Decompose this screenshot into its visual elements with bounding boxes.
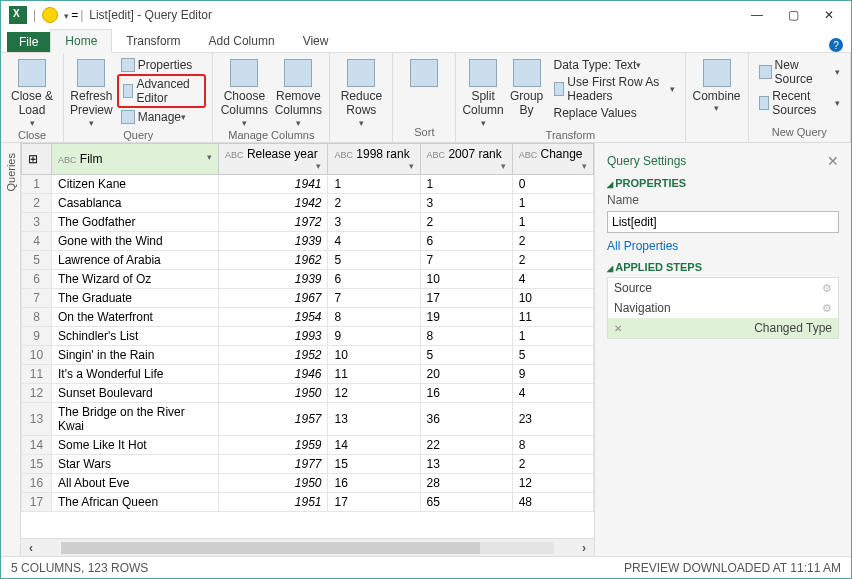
table-row[interactable]: 7The Graduate196771710 (22, 289, 594, 308)
table-row[interactable]: 17The African Queen1951176548 (22, 493, 594, 512)
combine-button[interactable]: Combine (692, 55, 742, 114)
all-properties-link[interactable]: All Properties (607, 239, 678, 253)
data-grid[interactable]: ⊞ABC Film▾ABC Release year▾ABC 1998 rank… (21, 143, 594, 538)
column-header[interactable]: ABC 2007 rank▾ (420, 144, 512, 175)
table-row[interactable]: 13The Bridge on the River Kwai1957133623 (22, 403, 594, 436)
manage-button[interactable]: Manage (117, 109, 207, 125)
properties-button[interactable]: Properties (117, 57, 207, 73)
applied-step[interactable]: Navigation⚙ (608, 298, 838, 318)
tab-transform[interactable]: Transform (112, 30, 194, 52)
excel-icon (9, 6, 27, 24)
table-row[interactable]: 12Sunset Boulevard195012164 (22, 384, 594, 403)
horizontal-scrollbar[interactable]: ‹› (21, 538, 594, 556)
smile-icon[interactable] (42, 7, 58, 23)
column-header[interactable]: ABC Film▾ (52, 144, 219, 175)
remove-columns-button[interactable]: Remove Columns (273, 55, 323, 129)
minimize-button[interactable]: — (739, 4, 775, 26)
ribbon: Close & Load Close Refresh Preview Prope… (1, 53, 851, 143)
table-row[interactable]: 1Citizen Kane1941110 (22, 175, 594, 194)
row-header-corner[interactable]: ⊞ (22, 144, 52, 175)
close-settings-button[interactable]: ✕ (827, 153, 839, 169)
properties-section-header[interactable]: PROPERTIES (607, 177, 839, 189)
maximize-button[interactable]: ▢ (775, 4, 811, 26)
title-bar: | = | List[edit] - Query Editor — ▢ ✕ (1, 1, 851, 29)
query-settings-pane: Query Settings✕ PROPERTIES Name All Prop… (594, 143, 851, 556)
split-column-button[interactable]: Split Column (462, 55, 503, 129)
table-row[interactable]: 15Star Wars197715132 (22, 455, 594, 474)
table-row[interactable]: 16All About Eve1950162812 (22, 474, 594, 493)
table-row[interactable]: 2Casablanca1942231 (22, 194, 594, 213)
ribbon-tabs: File Home Transform Add Column View ? (1, 29, 851, 53)
group-by-button[interactable]: Group By (508, 55, 546, 118)
tab-home[interactable]: Home (50, 29, 112, 53)
column-header[interactable]: ABC Release year▾ (219, 144, 328, 175)
choose-columns-button[interactable]: Choose Columns (219, 55, 269, 129)
new-source-button[interactable]: New Source (755, 57, 844, 87)
table-row[interactable]: 3The Godfather1972321 (22, 213, 594, 232)
gear-icon[interactable]: ⚙ (822, 302, 832, 315)
tab-add-column[interactable]: Add Column (195, 30, 289, 52)
table-row[interactable]: 14Some Like It Hot195914228 (22, 436, 594, 455)
tab-file[interactable]: File (7, 32, 50, 52)
table-row[interactable]: 9Schindler's List1993981 (22, 327, 594, 346)
close-button[interactable]: ✕ (811, 4, 847, 26)
replace-values-button[interactable]: Replace Values (550, 105, 679, 121)
table-row[interactable]: 4Gone with the Wind1939462 (22, 232, 594, 251)
table-row[interactable]: 11It's a Wonderful Life194611209 (22, 365, 594, 384)
recent-sources-button[interactable]: Recent Sources (755, 88, 844, 118)
applied-step[interactable]: Source⚙ (608, 278, 838, 298)
query-name-input[interactable] (607, 211, 839, 233)
reduce-rows-button[interactable]: Reduce Rows (336, 55, 386, 129)
queries-pane-toggle[interactable]: Queries (1, 143, 21, 556)
applied-steps-header[interactable]: APPLIED STEPS (607, 261, 839, 273)
table-row[interactable]: 10Singin' in the Rain19521055 (22, 346, 594, 365)
tab-view[interactable]: View (289, 30, 343, 52)
applied-step[interactable]: Changed Type (608, 318, 838, 338)
advanced-editor-button[interactable]: Advanced Editor (117, 74, 207, 108)
column-header[interactable]: ABC Change▾ (512, 144, 593, 175)
sort-asc-button[interactable] (399, 55, 449, 89)
first-row-headers-button[interactable]: Use First Row As Headers (550, 74, 679, 104)
window-title: List[edit] - Query Editor (89, 8, 212, 22)
help-icon[interactable]: ? (829, 38, 843, 52)
table-row[interactable]: 8On the Waterfront195481911 (22, 308, 594, 327)
status-bar: 5 COLUMNS, 123 ROWS PREVIEW DOWNLOADED A… (1, 556, 851, 578)
close-and-load-button[interactable]: Close & Load (7, 55, 57, 129)
column-header[interactable]: ABC 1998 rank▾ (328, 144, 420, 175)
table-row[interactable]: 5Lawrence of Arabia1962572 (22, 251, 594, 270)
gear-icon[interactable]: ⚙ (822, 282, 832, 295)
refresh-preview-button[interactable]: Refresh Preview (70, 55, 113, 129)
table-row[interactable]: 6The Wizard of Oz19396104 (22, 270, 594, 289)
data-type-button[interactable]: Data Type: Text (550, 57, 679, 73)
